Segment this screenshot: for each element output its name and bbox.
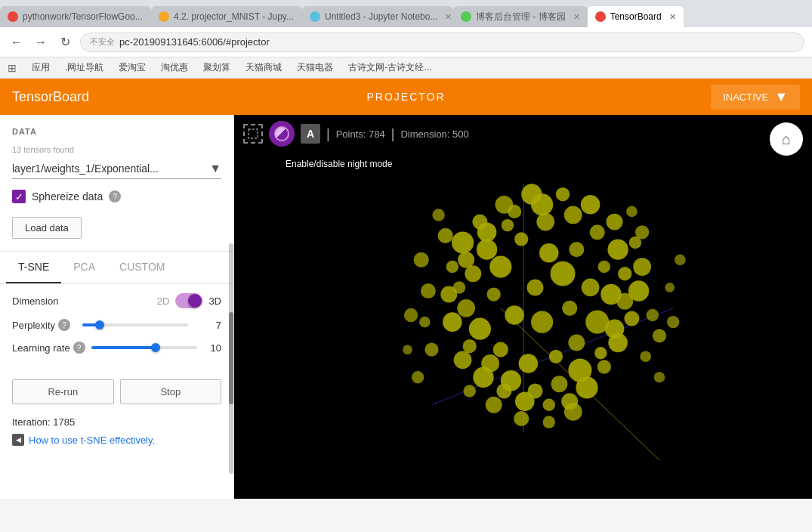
tab-2[interactable]: 4.2. projector_MNIST - Jupy... ✕ (151, 6, 302, 27)
tab-bar: pythonwork/TensorFlowGoo... ✕ 4.2. proje… (0, 0, 812, 27)
svg-point-82 (463, 385, 475, 397)
night-mode-tooltip: Enable/disable night mode (278, 154, 400, 174)
tab-5[interactable]: TensorBoard ✕ (588, 6, 684, 27)
perplexity-label: Perplexity ? (12, 319, 76, 331)
svg-point-53 (556, 187, 570, 201)
sphereize-help-icon[interactable]: ? (109, 190, 121, 203)
bookmark-tmalldq[interactable]: 天猫电器 (294, 60, 336, 76)
svg-point-10 (536, 213, 554, 231)
tensor-select-text: layer1/weights_1/Exponential... (12, 162, 209, 175)
bookmark-tmall[interactable]: 天猫商城 (242, 60, 285, 76)
svg-point-76 (667, 316, 679, 328)
svg-point-89 (514, 411, 529, 426)
data-section: DATA 13 tensors found layer1/weights_1/E… (0, 115, 233, 251)
tab-close-3[interactable]: ✕ (445, 12, 452, 22)
tab-3[interactable]: Untitled3 - Jupyter Notebo... ✕ (302, 6, 453, 27)
svg-point-19 (598, 261, 610, 273)
svg-point-24 (519, 354, 539, 373)
tab-pca[interactable]: PCA (61, 252, 107, 283)
rerun-button[interactable]: Re-run (12, 379, 114, 404)
svg-point-83 (438, 228, 453, 243)
bookmark-taobao[interactable]: 爱淘宝 (116, 60, 149, 76)
svg-point-14 (487, 287, 501, 301)
tab-tsne[interactable]: T-SNE (6, 252, 61, 283)
label-a-button[interactable]: A (301, 124, 320, 144)
help-link-container: ◀ How to use t-SNE effectively. (0, 434, 233, 458)
tab-custom[interactable]: CUSTOM (107, 252, 177, 283)
svg-point-59 (624, 311, 639, 326)
learning-rate-help-icon[interactable]: ? (73, 342, 85, 354)
sidebar-scroll-thumb[interactable] (229, 312, 233, 404)
dimension-toggle[interactable] (175, 293, 202, 308)
inactive-button[interactable]: INACTIVE ▼ (711, 85, 800, 110)
tsne-help-link[interactable]: How to use t-SNE effectively. (29, 435, 155, 446)
svg-point-68 (454, 351, 472, 369)
method-tabs: T-SNE PCA CUSTOM (6, 252, 227, 283)
learning-rate-slider-container (91, 346, 200, 349)
tab-4[interactable]: 博客后台管理 - 博客园 ✕ (453, 6, 588, 27)
help-link-icon: ◀ (12, 434, 24, 446)
svg-point-73 (419, 317, 431, 328)
tab-favicon-5 (595, 11, 606, 22)
svg-rect-92 (249, 129, 258, 138)
tensor-dropdown-icon: ▼ (209, 162, 221, 175)
perplexity-help-icon[interactable]: ? (58, 319, 70, 331)
tab-label-4: 博客后台管理 - 博客园 (476, 11, 566, 23)
svg-point-74 (421, 283, 436, 298)
home-button[interactable]: ⌂ (770, 122, 803, 156)
projector-toolbar: A | Points: 784 | Dimension: 500 Enable/… (234, 115, 812, 153)
svg-point-35 (607, 239, 628, 259)
bookmark-juhua[interactable]: 聚划算 (200, 60, 233, 76)
svg-point-47 (440, 286, 457, 303)
svg-point-26 (469, 318, 491, 340)
tab-close-2[interactable]: ✕ (301, 12, 302, 22)
selection-tool-icon[interactable] (243, 124, 263, 144)
svg-point-55 (607, 214, 623, 230)
load-data-button[interactable]: Load data (12, 217, 82, 239)
tab-close-5[interactable]: ✕ (669, 12, 676, 22)
tab-close-1[interactable]: ✕ (150, 12, 151, 22)
svg-point-81 (486, 397, 502, 413)
sphereize-checkbox[interactable]: ✓ (12, 190, 26, 203)
svg-point-50 (472, 215, 487, 230)
learning-rate-label: Learning rate ? (12, 342, 85, 354)
address-bar[interactable]: 不安全 pc-201909131645:6006/#projector (80, 32, 804, 52)
bookmark-gushiwen[interactable]: 古诗文网-古诗文经... (345, 60, 434, 76)
back-button[interactable]: ← (8, 33, 26, 51)
learning-thumb[interactable] (151, 343, 160, 352)
nav-bar: ← → ↻ 不安全 pc-201909131645:6006/#projecto… (0, 27, 812, 57)
bookmark-nav[interactable]: .网址导航 (62, 60, 107, 76)
svg-point-4 (539, 243, 559, 263)
tab-close-4[interactable]: ✕ (573, 12, 580, 22)
svg-point-80 (404, 308, 418, 322)
refresh-button[interactable]: ↻ (56, 33, 74, 51)
svg-point-54 (581, 195, 601, 215)
svg-point-17 (562, 301, 577, 316)
dimension-label: Dimension (12, 295, 76, 307)
tab-favicon-3 (310, 11, 320, 22)
svg-point-57 (633, 258, 651, 276)
tensor-select[interactable]: layer1/weights_1/Exponential... ▼ (12, 159, 221, 179)
perplexity-slider[interactable] (82, 323, 188, 326)
svg-point-27 (457, 299, 475, 317)
learning-rate-slider[interactable] (91, 346, 197, 349)
separator-2: | (391, 126, 395, 142)
tab-1[interactable]: pythonwork/TensorFlowGoo... ✕ (0, 6, 151, 27)
svg-point-78 (412, 371, 424, 383)
svg-point-88 (675, 255, 686, 266)
projector-viewport[interactable]: A | Points: 784 | Dimension: 500 Enable/… (234, 115, 812, 499)
night-mode-button[interactable] (269, 121, 295, 147)
method-tabs-container: T-SNE PCA CUSTOM (0, 252, 233, 283)
dropdown-arrow-icon: ▼ (774, 89, 788, 105)
stop-button[interactable]: Stop (120, 379, 222, 404)
perplexity-slider-container (82, 323, 200, 326)
forward-button[interactable]: → (32, 33, 50, 51)
perplexity-thumb[interactable] (95, 320, 104, 329)
svg-point-15 (505, 305, 524, 325)
svg-point-67 (473, 367, 493, 387)
tab-favicon-1 (8, 11, 18, 22)
bookmark-taoyou[interactable]: 淘优惠 (158, 60, 191, 76)
tab-label-5: TensorBoard (610, 11, 662, 22)
svg-point-84 (635, 225, 649, 239)
bookmark-apps[interactable]: 应用 (29, 60, 53, 76)
